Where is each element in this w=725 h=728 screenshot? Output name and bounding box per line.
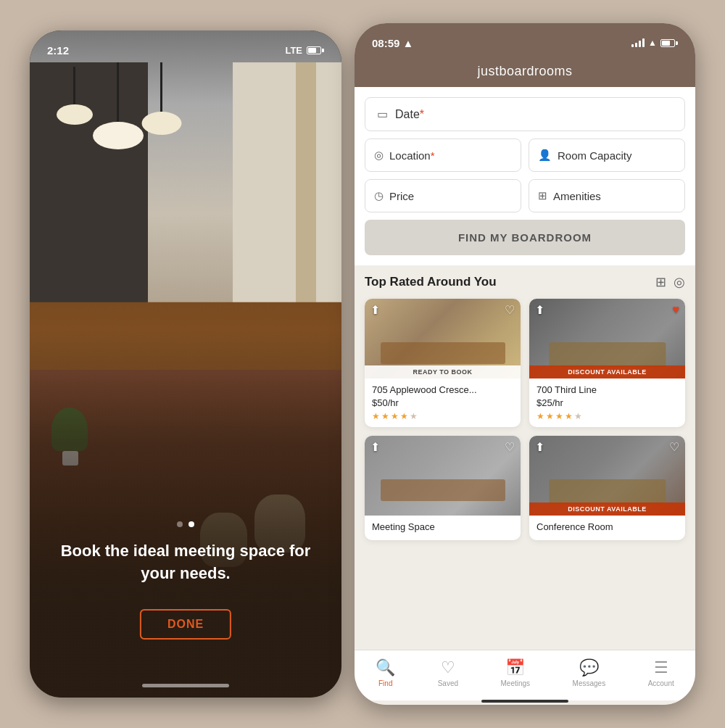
share-button-1[interactable]: ⬆ — [370, 303, 380, 317]
search-section: ▭ Date* ◎ Location* 👤 Room Capacity — [355, 87, 695, 265]
account-label: Account — [648, 679, 674, 687]
share-button-3[interactable]: ⬆ — [370, 440, 380, 454]
messages-label: Messages — [573, 679, 606, 687]
done-button[interactable]: DONE — [140, 609, 231, 640]
ready-badge-1: READY TO BOOK — [365, 365, 521, 379]
home-indicator-left — [142, 684, 229, 687]
room-table-decoration-3 — [381, 479, 505, 501]
home-indicator-right — [355, 700, 695, 705]
price-label: Price — [389, 190, 414, 202]
room-lamp-3 — [160, 62, 162, 135]
room-table-decoration — [381, 342, 505, 364]
saved-label: Saved — [438, 679, 458, 687]
price-icon: ◷ — [374, 189, 384, 202]
account-icon: ☰ — [654, 658, 668, 677]
room-lamp-1 — [73, 67, 75, 125]
listing-card-1[interactable]: ⬆ ♡ READY TO BOOK 705 Applewood Cresce..… — [365, 299, 521, 427]
room-capacity-filter[interactable]: 👤 Room Capacity — [529, 138, 685, 172]
saved-icon: ♡ — [441, 658, 455, 677]
nav-saved[interactable]: ♡ Saved — [438, 658, 458, 687]
favorite-button-2[interactable]: ♥ — [673, 303, 680, 316]
nav-account[interactable]: ☰ Account — [648, 658, 674, 687]
signal-icon — [631, 38, 645, 47]
location-label: Location* — [389, 149, 435, 162]
location-required: * — [431, 149, 435, 162]
bottom-navigation: 🔍 Find ♡ Saved 📅 Meetings 💬 Messages ☰ A… — [355, 650, 695, 700]
room-lamp-2 — [117, 62, 119, 149]
listing-card-3-image: ⬆ ♡ — [365, 436, 521, 516]
app-title: justboardrooms — [477, 64, 572, 79]
listing-card-1-info: 705 Applewood Cresce... $50/hr ★ ★ ★ ★ ★ — [365, 379, 521, 427]
amenities-icon: ⊞ — [538, 189, 547, 202]
map-view-icon[interactable]: ◎ — [674, 274, 685, 290]
listing-name-4: Conference Room — [536, 521, 678, 532]
room-image-3 — [365, 436, 521, 516]
find-icon: 🔍 — [376, 658, 395, 677]
listing-card-2-image: ⬆ ♥ DISCOUNT AVAILABLE — [529, 299, 685, 379]
room-table-decoration-2 — [549, 342, 666, 368]
right-status-icons: ▲ — [631, 38, 678, 48]
view-toggle-icons: ⊞ ◎ — [655, 274, 685, 290]
listing-name-1: 705 Applewood Cresce... — [372, 384, 513, 395]
section-title: Top Rated Around You — [365, 275, 497, 289]
listings-section: Top Rated Around You ⊞ ◎ ⬆ ♡ READY TO BO — [355, 265, 695, 650]
discount-badge-2: DISCOUNT AVAILABLE — [529, 365, 685, 379]
phones-container: 2:12 LTE Book the ideal meeting space fo… — [30, 23, 695, 705]
listing-card-3[interactable]: ⬆ ♡ Meeting Space — [365, 436, 521, 540]
carousel-dots — [177, 521, 194, 527]
amenities-filter[interactable]: ⊞ Amenities — [529, 179, 685, 212]
right-status-bar: 08:59 ▲ ▲ — [355, 23, 695, 55]
meetings-label: Meetings — [501, 679, 531, 687]
meetings-icon: 📅 — [505, 658, 525, 677]
carousel-dot-1[interactable] — [177, 521, 183, 527]
price-filter[interactable]: ◷ Price — [365, 179, 521, 212]
left-status-bar: 2:12 LTE — [30, 30, 341, 62]
listing-name-3: Meeting Space — [372, 521, 513, 532]
favorite-button-4[interactable]: ♡ — [669, 440, 679, 454]
date-filter[interactable]: ▭ Date* — [365, 97, 685, 131]
right-time: 08:59 ▲ — [372, 37, 413, 49]
date-required: * — [420, 108, 424, 120]
share-button-2[interactable]: ⬆ — [535, 303, 544, 317]
nav-messages[interactable]: 💬 Messages — [573, 658, 606, 687]
listing-price-2: $25/hr — [536, 397, 678, 408]
battery-icon — [307, 46, 324, 54]
section-header: Top Rated Around You ⊞ ◎ — [365, 274, 685, 290]
favorite-button-3[interactable]: ♡ — [505, 440, 515, 454]
left-phone: 2:12 LTE Book the ideal meeting space fo… — [30, 30, 341, 698]
listing-card-2[interactable]: ⬆ ♥ DISCOUNT AVAILABLE 700 Third Line $2… — [529, 299, 685, 427]
filter-grid: ◎ Location* 👤 Room Capacity ◷ Price ⊞ Am… — [365, 138, 685, 212]
room-capacity-label: Room Capacity — [558, 149, 632, 162]
wifi-icon: ▲ — [648, 38, 657, 48]
listing-stars-2: ★ ★ ★ ★ ★ — [536, 411, 678, 421]
listing-card-4-info: Conference Room — [529, 516, 685, 540]
image-overlay — [30, 331, 341, 698]
share-button-4[interactable]: ⬆ — [535, 440, 544, 454]
discount-badge-4: DISCOUNT AVAILABLE — [529, 502, 685, 516]
find-label: Find — [378, 679, 392, 687]
listing-card-3-info: Meeting Space — [365, 516, 521, 540]
nav-meetings[interactable]: 📅 Meetings — [501, 658, 531, 687]
listing-card-4-image: ⬆ ♡ DISCOUNT AVAILABLE — [529, 436, 685, 516]
listing-price-1: $50/hr — [372, 397, 513, 408]
amenities-label: Amenities — [553, 190, 601, 202]
capacity-icon: 👤 — [538, 149, 552, 162]
location-icon: ◎ — [374, 149, 384, 162]
location-filter[interactable]: ◎ Location* — [365, 138, 521, 172]
calendar-icon: ▭ — [377, 107, 388, 121]
carousel-dot-2[interactable] — [188, 521, 194, 527]
listing-card-1-image: ⬆ ♡ READY TO BOOK — [365, 299, 521, 379]
find-boardroom-button[interactable]: FIND MY BOARDROOM — [365, 220, 685, 255]
app-header: justboardrooms — [355, 55, 695, 87]
left-network-icons: LTE — [285, 45, 324, 56]
date-label: Date* — [395, 108, 424, 121]
room-table-decoration-4 — [549, 479, 666, 505]
listing-card-4[interactable]: ⬆ ♡ DISCOUNT AVAILABLE Conference Room — [529, 436, 685, 540]
right-battery-icon — [660, 39, 678, 47]
favorite-button-1[interactable]: ♡ — [505, 303, 515, 317]
grid-view-icon[interactable]: ⊞ — [655, 274, 666, 290]
tagline-text: Book the ideal meeting space for your ne… — [30, 540, 341, 585]
right-phone: 08:59 ▲ ▲ justboardrooms ▭ — [355, 23, 695, 705]
nav-find[interactable]: 🔍 Find — [376, 658, 395, 687]
lte-label: LTE — [285, 45, 302, 56]
